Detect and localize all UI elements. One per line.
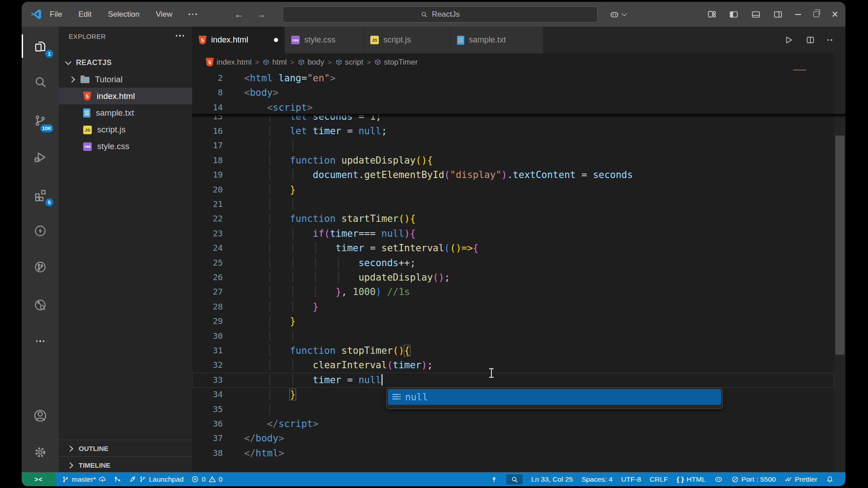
line-number[interactable]: 32: [192, 358, 223, 372]
section-outline[interactable]: OUTLINE: [59, 440, 192, 457]
file-item-sample.txt[interactable]: sample.txt: [59, 104, 192, 121]
code-line-37[interactable]: 37</body>: [192, 431, 834, 446]
menu-item-edit[interactable]: Edit: [78, 10, 91, 19]
branch-status[interactable]: master*: [62, 475, 106, 483]
code-line-21[interactable]: 21 │ │: [192, 197, 834, 212]
suggest-item-null[interactable]: null: [388, 389, 721, 405]
back-arrow-icon[interactable]: ←: [234, 9, 244, 20]
code-line-31[interactable]: 31 │ function stopTimer(){: [192, 343, 834, 358]
toggle-panel-icon[interactable]: [751, 9, 761, 19]
forward-arrow-icon[interactable]: →: [256, 9, 266, 20]
restore-button[interactable]: [813, 11, 819, 17]
launchpad-status[interactable]: Launchpad: [129, 475, 184, 483]
file-item-script.js[interactable]: JSscript.js: [59, 122, 192, 138]
line-number[interactable]: 34: [192, 387, 223, 402]
code-line-26[interactable]: 26 │ │ │ │ updateDisplay();: [192, 270, 834, 285]
vertical-scrollbar[interactable]: [834, 27, 845, 472]
code-line-28[interactable]: 28 │ │ }: [192, 300, 834, 314]
code-line-33[interactable]: 33 │ │ timer = null: [192, 373, 834, 388]
broadcast-icon[interactable]: [491, 476, 498, 483]
line-number[interactable]: 8: [192, 85, 223, 100]
eol-status[interactable]: CRLF: [650, 475, 668, 483]
file-item-style.css[interactable]: cssstyle.css: [59, 138, 192, 155]
search-activity-icon[interactable]: [22, 67, 59, 96]
copilot-status-icon[interactable]: [714, 475, 723, 483]
line-number[interactable]: 26: [192, 270, 223, 285]
prettier-status[interactable]: ✓✓ Prettier: [784, 475, 817, 483]
sticky-scroll[interactable]: 2<html lang="en">8<body>14 <script>: [192, 71, 834, 115]
line-number[interactable]: 35: [192, 402, 223, 417]
code-line-36[interactable]: 36 </script>: [192, 417, 834, 432]
live-server-port[interactable]: Port : 5500: [731, 475, 776, 483]
close-button[interactable]: ×: [831, 9, 838, 20]
line-number[interactable]: 14: [192, 100, 223, 115]
code-line-22[interactable]: 22 │ function startTimer(){: [192, 211, 834, 226]
section-timeline[interactable]: TIMELINE: [59, 456, 192, 474]
toggle-primary-sidebar-icon[interactable]: [729, 9, 739, 19]
file-item-index.html[interactable]: 5index.html: [59, 88, 192, 104]
menu-item-file[interactable]: File: [50, 10, 62, 19]
code-line-30[interactable]: 30 │ │: [192, 329, 834, 344]
line-number[interactable]: 21: [192, 197, 223, 211]
line-number[interactable]: 29: [192, 314, 223, 328]
code-line-24[interactable]: 24 │ │ │ timer = setInterval(()=>{: [192, 241, 834, 256]
explorer-more-icon[interactable]: [176, 35, 184, 37]
thunder-client-activity-icon[interactable]: [22, 216, 59, 245]
code-line-29[interactable]: 29 │ }: [192, 314, 834, 329]
menu-more-icon[interactable]: [189, 14, 197, 15]
sticky-line-14[interactable]: 14 <script>: [192, 100, 834, 115]
run-debug-activity-icon[interactable]: [22, 143, 59, 172]
code-line-19[interactable]: 19 │ │ document.getElementById("display"…: [192, 168, 834, 183]
settings-gear-icon[interactable]: [22, 438, 59, 467]
line-number[interactable]: 36: [192, 417, 223, 431]
indentation-status[interactable]: Spaces: 4: [581, 475, 613, 483]
chevron-down-icon[interactable]: [622, 11, 627, 16]
extensions-activity-icon[interactable]: 5: [22, 180, 59, 209]
line-number[interactable]: 24: [192, 241, 223, 255]
line-number[interactable]: 16: [192, 124, 223, 138]
search-box[interactable]: ReactJs: [283, 6, 598, 23]
line-number[interactable]: 31: [192, 343, 223, 358]
line-number[interactable]: 22: [192, 211, 223, 226]
code-line-32[interactable]: 32 │ │ clearInterval(timer);: [192, 358, 834, 373]
code-line-38[interactable]: 38</html>: [192, 446, 834, 461]
more-activity-icon[interactable]: [22, 327, 59, 356]
encoding-status[interactable]: UTF-8: [621, 475, 641, 483]
line-number[interactable]: 25: [192, 256, 223, 270]
line-number[interactable]: 19: [192, 168, 223, 182]
line-number[interactable]: 38: [192, 446, 223, 460]
source-control-activity-icon[interactable]: 10K: [22, 106, 59, 135]
line-number[interactable]: 37: [192, 431, 223, 446]
customize-layout-icon[interactable]: [707, 9, 717, 19]
line-number[interactable]: 17: [192, 138, 223, 153]
git-graph-status-icon[interactable]: [114, 476, 121, 483]
code-line-16[interactable]: 16 │ let timer = null;: [192, 124, 834, 139]
sticky-line-2[interactable]: 2<html lang="en">: [192, 71, 834, 86]
code-line-25[interactable]: 25 │ │ │ │ seconds++;: [192, 256, 834, 271]
copilot-icon[interactable]: [609, 9, 619, 19]
language-mode[interactable]: { } HTML: [676, 475, 706, 483]
git-graph-activity-icon[interactable]: [22, 253, 59, 282]
problems-status[interactable]: 0 0: [191, 475, 222, 483]
account-icon[interactable]: [22, 401, 59, 430]
line-number[interactable]: 27: [192, 285, 223, 299]
line-number[interactable]: 33: [192, 373, 223, 387]
line-number[interactable]: 30: [192, 329, 223, 343]
code-line-20[interactable]: 20 │ }: [192, 183, 834, 197]
code-line-18[interactable]: 18 │ function updateDisplay(){: [192, 153, 834, 168]
remote-indicator[interactable]: ><: [22, 472, 56, 486]
line-number[interactable]: 23: [192, 226, 223, 241]
line-number[interactable]: 20: [192, 183, 223, 197]
cursor-position[interactable]: Ln 33, Col 25: [531, 475, 573, 483]
menu-item-selection[interactable]: Selection: [108, 10, 140, 19]
code-line-17[interactable]: 17 │ │: [192, 138, 834, 153]
menu-item-view[interactable]: View: [156, 10, 173, 19]
minimize-button[interactable]: [795, 14, 801, 15]
notifications-bell-icon[interactable]: [826, 475, 834, 483]
line-number[interactable]: 28: [192, 300, 223, 314]
line-number[interactable]: 2: [192, 71, 223, 85]
tree-root-reactjs[interactable]: REACTJS: [59, 54, 192, 71]
toggle-secondary-sidebar-icon[interactable]: [773, 9, 783, 19]
explorer-activity-icon[interactable]: 1: [22, 32, 59, 61]
file-item-Tutorial[interactable]: Tutorial: [59, 71, 192, 88]
